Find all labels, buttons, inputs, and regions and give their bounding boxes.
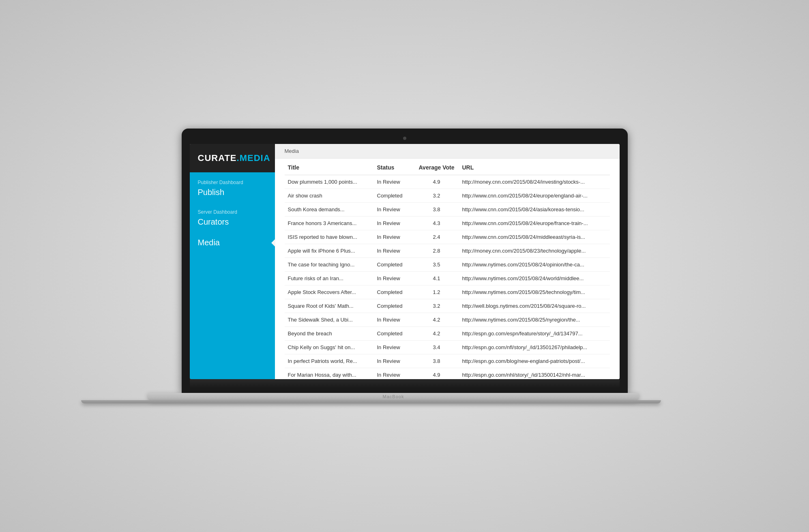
- table-wrapper[interactable]: Title Status Average Vote URL Dow plumme…: [275, 159, 620, 379]
- cell-vote: 4.3: [414, 217, 459, 230]
- macbook-foot: [81, 400, 661, 403]
- cell-title: The case for teaching Igno...: [285, 258, 374, 272]
- col-header-vote: Average Vote: [414, 159, 459, 175]
- cell-vote: 3.5: [414, 258, 459, 272]
- table-row[interactable]: For Marian Hossa, day with...In Review4.…: [285, 368, 610, 380]
- table-row[interactable]: Beyond the breachCompleted4.2http://espn…: [285, 327, 610, 341]
- table-header-row: Title Status Average Vote URL: [285, 159, 610, 175]
- cell-title: Apple Stock Recovers After...: [285, 285, 374, 299]
- cell-status: In Review: [374, 230, 414, 244]
- table-row[interactable]: Square Root of Kids' Math...Completed3.2…: [285, 299, 610, 313]
- cell-title: South Korea demands...: [285, 203, 374, 217]
- cell-status: In Review: [374, 368, 414, 380]
- publish-nav-item[interactable]: Publish: [198, 187, 267, 198]
- cell-vote: 3.4: [414, 341, 459, 354]
- cell-vote: 3.8: [414, 203, 459, 217]
- col-header-url: URL: [459, 159, 610, 175]
- cell-status: In Review: [374, 354, 414, 368]
- logo: CURATE.MEDIA: [198, 153, 270, 163]
- cell-title: Future risks of an Iran...: [285, 272, 374, 285]
- cell-title: ISIS reported to have blown...: [285, 230, 374, 244]
- cell-url: http://money.cnn.com/2015/08/24/investin…: [459, 175, 610, 189]
- table-row[interactable]: South Korea demands...In Review3.8http:/…: [285, 203, 610, 217]
- logo-media: MEDIA: [240, 153, 270, 163]
- logo-area: CURATE.MEDIA: [190, 144, 275, 172]
- logo-curate: CURATE: [198, 153, 237, 163]
- media-nav-item[interactable]: Media: [190, 232, 275, 254]
- cell-status: In Review: [374, 175, 414, 189]
- cell-vote: 4.9: [414, 175, 459, 189]
- cell-status: Completed: [374, 285, 414, 299]
- camera: [403, 137, 406, 140]
- cell-url: http://money.cnn.com/2015/08/23/technolo…: [459, 244, 610, 258]
- publisher-section: Publisher Dashboard Publish: [190, 172, 275, 202]
- cell-url: http://espn.go.com/nhl/story/_/id/135001…: [459, 368, 610, 380]
- cell-status: In Review: [374, 244, 414, 258]
- logo-dot: .: [237, 153, 240, 163]
- table-row[interactable]: The case for teaching Igno...Completed3.…: [285, 258, 610, 272]
- nav-area: Publisher Dashboard Publish Server Dashb…: [190, 172, 275, 379]
- cell-status: In Review: [374, 203, 414, 217]
- cell-url: http://espn.go.com/nfl/story/_/id/135012…: [459, 341, 610, 354]
- table-row[interactable]: ISIS reported to have blown...In Review2…: [285, 230, 610, 244]
- cell-title: For Marian Hossa, day with...: [285, 368, 374, 380]
- cell-vote: 4.2: [414, 313, 459, 327]
- cell-vote: 4.9: [414, 368, 459, 380]
- cell-vote: 4.2: [414, 327, 459, 341]
- screen-bezel: CURATE.MEDIA Publisher Dashboard Publish…: [182, 129, 628, 393]
- macbook-base: MacBook: [148, 393, 639, 400]
- cell-url: http://www.nytimes.com/2015/08/24/opinio…: [459, 258, 610, 272]
- server-dashboard-label: Server Dashboard: [198, 209, 267, 215]
- cell-url: http://well.blogs.nytimes.com/2015/08/24…: [459, 299, 610, 313]
- table-row[interactable]: Future risks of an Iran...In Review4.1ht…: [285, 272, 610, 285]
- cell-title: In perfect Patriots world, Re...: [285, 354, 374, 368]
- cell-status: Completed: [374, 189, 414, 203]
- cell-url: http://www.nytimes.com/2015/08/25/techno…: [459, 285, 610, 299]
- sidebar: CURATE.MEDIA Publisher Dashboard Publish…: [190, 144, 275, 379]
- table-row[interactable]: France honors 3 Americans...In Review4.3…: [285, 217, 610, 230]
- cell-status: Completed: [374, 299, 414, 313]
- col-header-title: Title: [285, 159, 374, 175]
- main-content: Media Title Status Average Vote URL: [275, 144, 620, 379]
- cell-status: In Review: [374, 341, 414, 354]
- table-row[interactable]: Apple Stock Recovers After...Completed1.…: [285, 285, 610, 299]
- table-row[interactable]: Dow plummets 1,000 points...In Review4.9…: [285, 175, 610, 189]
- cell-vote: 4.1: [414, 272, 459, 285]
- cell-status: Completed: [374, 327, 414, 341]
- curators-nav-item[interactable]: Curators: [198, 217, 267, 227]
- cell-url: http://www.cnn.com/2015/08/24/europe/fra…: [459, 217, 610, 230]
- cell-title: Dow plummets 1,000 points...: [285, 175, 374, 189]
- cell-status: Completed: [374, 258, 414, 272]
- table-row[interactable]: Chip Kelly on Suggs' hit on...In Review3…: [285, 341, 610, 354]
- col-header-status: Status: [374, 159, 414, 175]
- table-row[interactable]: Air show crashCompleted3.2http://www.cnn…: [285, 189, 610, 203]
- bottom-bezel: [190, 379, 620, 388]
- cell-title: France honors 3 Americans...: [285, 217, 374, 230]
- cell-url: http://espn.go.com/blog/new-england-patr…: [459, 354, 610, 368]
- cell-vote: 2.4: [414, 230, 459, 244]
- table-row[interactable]: In perfect Patriots world, Re...In Revie…: [285, 354, 610, 368]
- server-section: Server Dashboard Curators: [190, 202, 275, 232]
- cell-title: Beyond the breach: [285, 327, 374, 341]
- breadcrumb: Media: [275, 144, 620, 159]
- cell-title: Chip Kelly on Suggs' hit on...: [285, 341, 374, 354]
- table-row[interactable]: The Sidewalk Shed, a Ubi...In Review4.2h…: [285, 313, 610, 327]
- table-row[interactable]: Apple will fix iPhone 6 Plus...In Review…: [285, 244, 610, 258]
- publisher-dashboard-label: Publisher Dashboard: [198, 180, 267, 185]
- cell-title: Square Root of Kids' Math...: [285, 299, 374, 313]
- cell-url: http://www.nytimes.com/2015/08/25/nyregi…: [459, 313, 610, 327]
- macbook-wrapper: CURATE.MEDIA Publisher Dashboard Publish…: [182, 129, 628, 403]
- media-table: Title Status Average Vote URL Dow plumme…: [285, 159, 610, 379]
- cell-title: Apple will fix iPhone 6 Plus...: [285, 244, 374, 258]
- screen: CURATE.MEDIA Publisher Dashboard Publish…: [190, 144, 620, 379]
- cell-url: http://www.cnn.com/2015/08/24/europe/eng…: [459, 189, 610, 203]
- macbook-label: MacBook: [383, 394, 404, 399]
- cell-url: http://www.cnn.com/2015/08/24/middleeast…: [459, 230, 610, 244]
- cell-vote: 3.2: [414, 299, 459, 313]
- cell-status: In Review: [374, 313, 414, 327]
- cell-url: http://www.nytimes.com/2015/08/24/world/…: [459, 272, 610, 285]
- cell-title: Air show crash: [285, 189, 374, 203]
- cell-status: In Review: [374, 272, 414, 285]
- cell-vote: 1.2: [414, 285, 459, 299]
- cell-status: In Review: [374, 217, 414, 230]
